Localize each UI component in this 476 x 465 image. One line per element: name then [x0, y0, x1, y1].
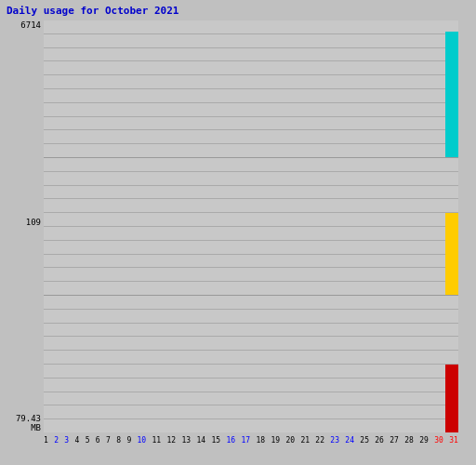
legend-hits: Volume / Vol. In / Vol. Out / Sites / Vi… [458, 20, 471, 432]
x-label: 14 [196, 436, 205, 445]
x-label: 4 [75, 436, 80, 445]
chart-title: Daily usage for October 2021 [5, 5, 471, 17]
y-label-middle: 109 [5, 218, 41, 227]
y-axis-labels: 6714 109 79.43 MB [5, 20, 44, 445]
bar-volume [445, 365, 458, 433]
x-label: 1 [44, 436, 48, 445]
x-label: 16 [226, 436, 235, 445]
x-label: 6 [96, 436, 100, 445]
x-label: 21 [300, 436, 310, 445]
x-label: 15 [211, 436, 220, 445]
x-label: 27 [390, 436, 399, 445]
section-hits [44, 20, 458, 158]
x-label: 22 [315, 436, 324, 445]
x-label: 31 [449, 436, 458, 445]
legend-sidebar: Volume / Vol. In / Vol. Out / Sites / Vi… [458, 20, 471, 445]
x-label: 28 [404, 436, 414, 445]
x-label: 7 [106, 436, 111, 445]
x-label: 18 [256, 436, 265, 445]
x-label: 13 [182, 436, 192, 445]
x-label: 17 [241, 436, 250, 445]
x-label: 20 [285, 436, 295, 445]
y-label-top: 6714 [5, 20, 41, 30]
section-pages [44, 158, 458, 296]
x-label: 19 [271, 436, 280, 445]
x-label: 10 [138, 436, 147, 445]
x-label: 30 [434, 436, 443, 445]
x-label: 29 [419, 436, 429, 445]
x-label: 11 [152, 436, 162, 445]
x-label: 9 [126, 436, 131, 445]
chart-container: Daily usage for October 2021 6714 109 79… [0, 0, 476, 465]
bar-pages [445, 213, 458, 295]
section-volume [44, 296, 458, 432]
y-label-bottom: 79.43 MB [5, 414, 41, 432]
x-label: 8 [116, 436, 121, 445]
x-label: 3 [64, 436, 69, 445]
x-label: 12 [167, 436, 177, 445]
x-axis: 1234567891011121314151617181920212223242… [44, 432, 458, 445]
x-label: 23 [330, 436, 339, 445]
x-label: 2 [54, 436, 59, 445]
x-label: 25 [360, 436, 369, 445]
x-label: 24 [345, 436, 354, 445]
x-label: 26 [375, 436, 384, 445]
x-label: 5 [86, 436, 90, 445]
bar-hits [445, 32, 458, 157]
